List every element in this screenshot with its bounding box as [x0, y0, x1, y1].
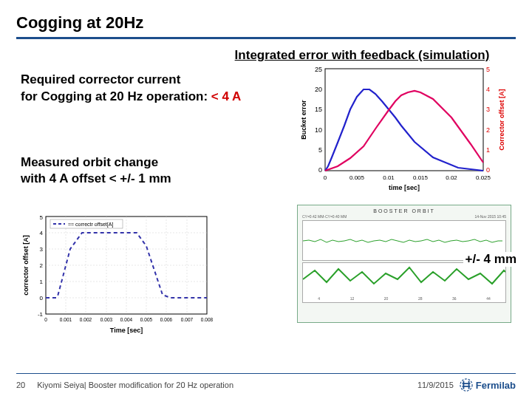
svg-text:4: 4 — [40, 230, 44, 236]
svg-text:15: 15 — [315, 106, 322, 113]
svg-text:20: 20 — [315, 86, 322, 93]
svg-text:10: 10 — [315, 126, 322, 134]
req-limit: < 4 A — [211, 89, 241, 103]
chart1-ylabel-right: Corrector offset [A] — [498, 89, 505, 150]
chart1-xlabel: time [sec] — [389, 184, 420, 191]
svg-text:5: 5 — [40, 214, 44, 221]
svg-text:4: 4 — [486, 86, 490, 93]
fermilab-logo: Fermilab — [460, 378, 516, 392]
measured-orbit-text: Measured orbit change with 4 A offset < … — [21, 154, 171, 187]
footer-text: Kiyomi Seiya| Booster modification for 2… — [37, 381, 417, 389]
svg-text:0.002: 0.002 — [80, 317, 92, 322]
chart2-title: BOOSTER ORBIT — [302, 208, 506, 214]
svg-text:5: 5 — [318, 146, 322, 154]
chart1-xticks: 0 0.005 0.01 0.015 0.02 0.025 — [324, 174, 491, 181]
svg-text:0: 0 — [324, 174, 327, 181]
svg-text:0.01: 0.01 — [383, 174, 395, 181]
svg-text:0.015: 0.015 — [413, 174, 429, 181]
svg-text:1: 1 — [40, 279, 44, 285]
svg-text:0.025: 0.025 — [476, 174, 491, 181]
svg-text:0: 0 — [44, 317, 47, 322]
chart2-xaxis: 41220283644 — [303, 296, 505, 301]
svg-text:3: 3 — [40, 246, 44, 253]
svg-text:0: 0 — [318, 166, 322, 174]
svg-text:0.02: 0.02 — [446, 174, 457, 181]
svg-text:0.008: 0.008 — [201, 317, 213, 322]
meas-line2: with 4 A offset < +/- 1 mm — [21, 171, 171, 185]
tolerance-label: +/- 4 mm — [463, 252, 519, 267]
slide-title: Cogging at 20Hz — [16, 13, 516, 37]
svg-text:2: 2 — [40, 262, 44, 269]
chart3-xticks: 00.0010.002 0.0030.0040.005 0.0060.0070.… — [44, 317, 213, 322]
svg-text:1: 1 — [486, 146, 490, 154]
svg-text:0.005: 0.005 — [140, 317, 153, 322]
chart1-ylabel-left: Bucket error — [300, 100, 307, 140]
svg-text:0.006: 0.006 — [160, 317, 173, 322]
footer: 20 Kiyomi Seiya| Booster modification fo… — [16, 378, 516, 392]
svg-text:2: 2 — [486, 126, 490, 134]
fermilab-text: Fermilab — [476, 380, 516, 391]
page-number: 20 — [16, 381, 25, 389]
svg-text:3: 3 — [486, 106, 490, 113]
chart1-yticks-left: 25 20 15 10 5 0 — [315, 66, 322, 174]
footer-rule — [16, 373, 516, 374]
req-line2: for Cogging at 20 Hz operation: — [21, 89, 211, 103]
svg-point-51 — [460, 379, 472, 391]
chart2-sub: CY=0.42 MM-CY=0.40 MM14-Nov 2015 10:45 — [302, 214, 506, 219]
chart3-ylabel: corrector offset [A] — [22, 235, 30, 296]
svg-rect-0 — [325, 69, 483, 171]
fermilab-icon — [460, 378, 473, 392]
svg-text:0: 0 — [486, 166, 490, 174]
chart3-yticks: 5 4 3 2 1 0 -1 — [38, 214, 44, 318]
chart1-yticks-right: 5 4 3 2 1 0 — [486, 66, 490, 174]
chart3-xlabel: Time [sec] — [110, 327, 143, 334]
title-rule — [16, 37, 516, 39]
svg-text:0.003: 0.003 — [100, 317, 113, 322]
svg-text:5: 5 — [486, 66, 490, 73]
svg-text:25: 25 — [315, 66, 322, 73]
svg-text:0.005: 0.005 — [349, 174, 365, 181]
chart2-plot-bottom: 41220283644 — [302, 262, 506, 303]
chart-bucket-error: 25 20 15 10 5 0 5 4 3 2 1 0 — [297, 63, 511, 192]
footer-date: 11/9/2015 — [417, 381, 454, 389]
required-current-text: Required corrector current for Cogging a… — [21, 72, 241, 106]
req-line1: Required corrector current — [21, 72, 180, 86]
chart-corrector-offset: 5 4 3 2 1 0 -1 00.0010.002 0.0030.0040.0… — [21, 211, 213, 336]
svg-text:0.001: 0.001 — [60, 317, 72, 322]
chart-subtitle: Integrated error with feedback (simulati… — [208, 48, 516, 63]
svg-text:== correctr offset[A]: == correctr offset[A] — [68, 222, 113, 228]
svg-text:0.007: 0.007 — [181, 317, 194, 322]
svg-text:0: 0 — [40, 295, 44, 301]
svg-text:0.004: 0.004 — [120, 317, 133, 322]
chart3-legend: == correctr offset[A] — [50, 219, 123, 228]
meas-line1: Measured orbit change — [21, 155, 158, 169]
svg-text:-1: -1 — [38, 311, 44, 318]
